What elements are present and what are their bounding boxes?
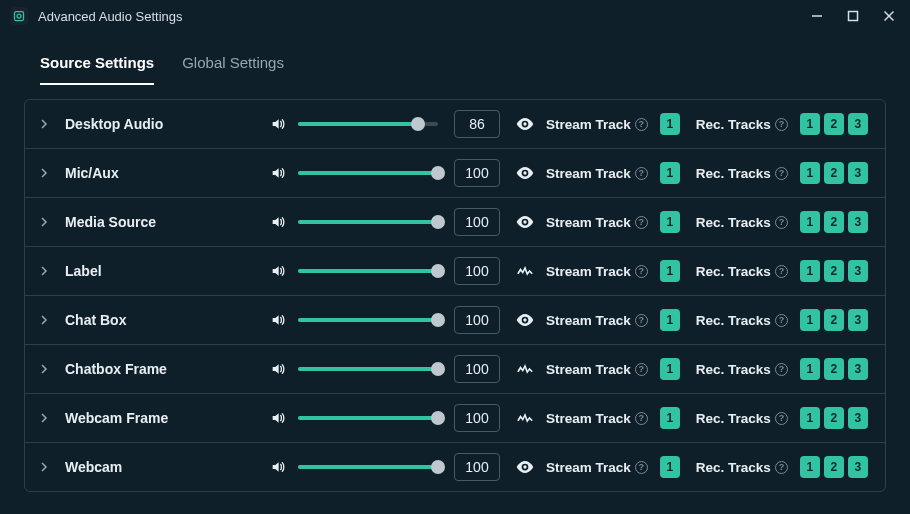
minimize-button[interactable]	[808, 7, 826, 25]
help-icon[interactable]: ?	[635, 216, 648, 229]
help-icon[interactable]: ?	[635, 167, 648, 180]
rec-track-button[interactable]: 3	[848, 456, 868, 478]
help-icon[interactable]: ?	[635, 118, 648, 131]
volume-input[interactable]: 100	[454, 208, 500, 236]
expand-toggle[interactable]	[39, 364, 49, 374]
volume-slider[interactable]	[298, 116, 438, 132]
monitor-output-icon[interactable]	[516, 362, 534, 376]
help-icon[interactable]: ?	[775, 216, 788, 229]
volume-input[interactable]: 100	[454, 306, 500, 334]
stream-track-button[interactable]: 1	[660, 260, 680, 282]
expand-toggle[interactable]	[39, 168, 49, 178]
rec-track-button[interactable]: 1	[800, 113, 820, 135]
volume-input[interactable]: 100	[454, 355, 500, 383]
stream-track-button[interactable]: 1	[660, 309, 680, 331]
rec-track-button[interactable]: 3	[848, 113, 868, 135]
rec-track-button[interactable]: 2	[824, 260, 844, 282]
volume-slider[interactable]	[298, 459, 438, 475]
help-icon[interactable]: ?	[635, 265, 648, 278]
expand-toggle[interactable]	[39, 413, 49, 423]
volume-slider[interactable]	[298, 165, 438, 181]
tab-source-settings[interactable]: Source Settings	[40, 54, 154, 85]
stream-track-text: Stream Track	[546, 460, 631, 475]
help-icon[interactable]: ?	[775, 118, 788, 131]
speaker-icon[interactable]	[270, 263, 286, 279]
help-icon[interactable]: ?	[775, 314, 788, 327]
rec-track-button[interactable]: 1	[800, 162, 820, 184]
rec-track-button[interactable]: 1	[800, 407, 820, 429]
help-icon[interactable]: ?	[635, 461, 648, 474]
rec-track-button[interactable]: 2	[824, 456, 844, 478]
rec-track-button[interactable]: 3	[848, 358, 868, 380]
maximize-button[interactable]	[844, 7, 862, 25]
svg-point-7	[523, 171, 526, 174]
volume-slider[interactable]	[298, 312, 438, 328]
help-icon[interactable]: ?	[635, 314, 648, 327]
speaker-icon[interactable]	[270, 410, 286, 426]
volume-input[interactable]: 100	[454, 453, 500, 481]
help-icon[interactable]: ?	[635, 363, 648, 376]
help-icon[interactable]: ?	[775, 412, 788, 425]
stream-track-button[interactable]: 1	[660, 407, 680, 429]
eye-icon[interactable]	[516, 117, 534, 131]
rec-track-button[interactable]: 3	[848, 162, 868, 184]
tab-global-settings[interactable]: Global Settings	[182, 54, 284, 85]
eye-icon[interactable]	[516, 313, 534, 327]
expand-toggle[interactable]	[39, 315, 49, 325]
speaker-icon[interactable]	[270, 459, 286, 475]
rec-track-button[interactable]: 1	[800, 309, 820, 331]
volume-slider[interactable]	[298, 214, 438, 230]
sources-panel: Desktop Audio 86 Stream Track ? 1 Rec. T…	[24, 99, 886, 492]
help-icon[interactable]: ?	[775, 461, 788, 474]
rec-track-button[interactable]: 3	[848, 211, 868, 233]
volume-slider[interactable]	[298, 410, 438, 426]
help-icon[interactable]: ?	[775, 167, 788, 180]
rec-track-button[interactable]: 3	[848, 407, 868, 429]
stream-track-text: Stream Track	[546, 411, 631, 426]
stream-track-button[interactable]: 1	[660, 358, 680, 380]
stream-track-label: Stream Track ?	[546, 362, 648, 377]
volume-input[interactable]: 100	[454, 257, 500, 285]
help-icon[interactable]: ?	[635, 412, 648, 425]
volume-slider[interactable]	[298, 361, 438, 377]
monitor-output-icon[interactable]	[516, 264, 534, 278]
expand-toggle[interactable]	[39, 217, 49, 227]
help-icon[interactable]: ?	[775, 363, 788, 376]
speaker-icon[interactable]	[270, 361, 286, 377]
rec-track-button[interactable]: 1	[800, 211, 820, 233]
volume-input[interactable]: 100	[454, 404, 500, 432]
rec-track-button[interactable]: 2	[824, 162, 844, 184]
rec-track-button[interactable]: 1	[800, 358, 820, 380]
rec-track-button[interactable]: 2	[824, 309, 844, 331]
close-button[interactable]	[880, 7, 898, 25]
eye-icon[interactable]	[516, 460, 534, 474]
eye-icon[interactable]	[516, 215, 534, 229]
rec-track-button[interactable]: 3	[848, 260, 868, 282]
rec-track-button[interactable]: 1	[800, 260, 820, 282]
eye-icon[interactable]	[516, 166, 534, 180]
help-icon[interactable]: ?	[775, 265, 788, 278]
stream-track-button[interactable]: 1	[660, 113, 680, 135]
speaker-icon[interactable]	[270, 214, 286, 230]
rec-track-button[interactable]: 2	[824, 211, 844, 233]
stream-track-button[interactable]: 1	[660, 211, 680, 233]
source-name: Media Source	[65, 214, 260, 230]
rec-track-button[interactable]: 3	[848, 309, 868, 331]
monitor-output-icon[interactable]	[516, 411, 534, 425]
speaker-icon[interactable]	[270, 116, 286, 132]
stream-track-text: Stream Track	[546, 215, 631, 230]
rec-track-button[interactable]: 2	[824, 358, 844, 380]
speaker-icon[interactable]	[270, 312, 286, 328]
stream-track-button[interactable]: 1	[660, 162, 680, 184]
rec-track-button[interactable]: 2	[824, 113, 844, 135]
volume-input[interactable]: 100	[454, 159, 500, 187]
stream-track-button[interactable]: 1	[660, 456, 680, 478]
rec-track-button[interactable]: 2	[824, 407, 844, 429]
expand-toggle[interactable]	[39, 266, 49, 276]
volume-slider[interactable]	[298, 263, 438, 279]
expand-toggle[interactable]	[39, 119, 49, 129]
speaker-icon[interactable]	[270, 165, 286, 181]
expand-toggle[interactable]	[39, 462, 49, 472]
rec-track-button[interactable]: 1	[800, 456, 820, 478]
volume-input[interactable]: 86	[454, 110, 500, 138]
